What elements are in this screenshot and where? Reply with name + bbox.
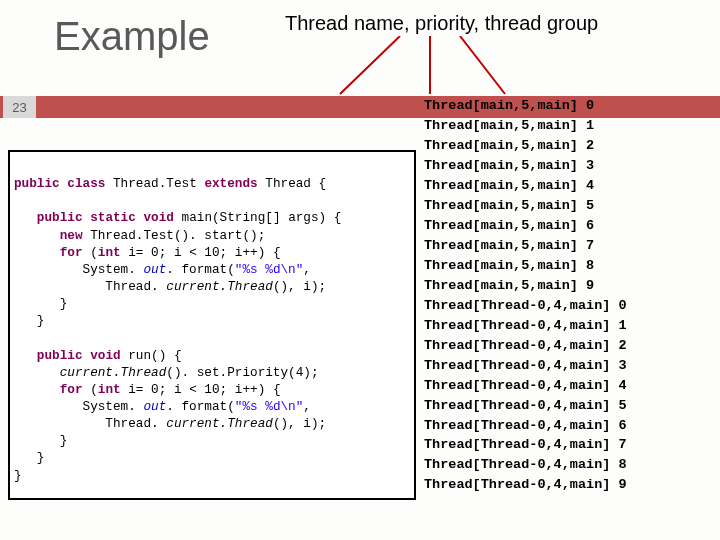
pointer-arrows <box>330 36 530 96</box>
slide-subtitle: Thread name, priority, thread group <box>285 12 598 35</box>
svg-line-0 <box>340 36 400 94</box>
code-listing: public class Thread.Test extends Thread … <box>8 150 416 500</box>
slide-title: Example <box>54 14 210 59</box>
page-number: 23 <box>3 96 36 118</box>
svg-line-2 <box>460 36 505 94</box>
program-output: Thread[main,5,main] 0 Thread[main,5,main… <box>424 96 714 504</box>
slide-header: Example Thread name, priority, thread gr… <box>0 0 720 96</box>
